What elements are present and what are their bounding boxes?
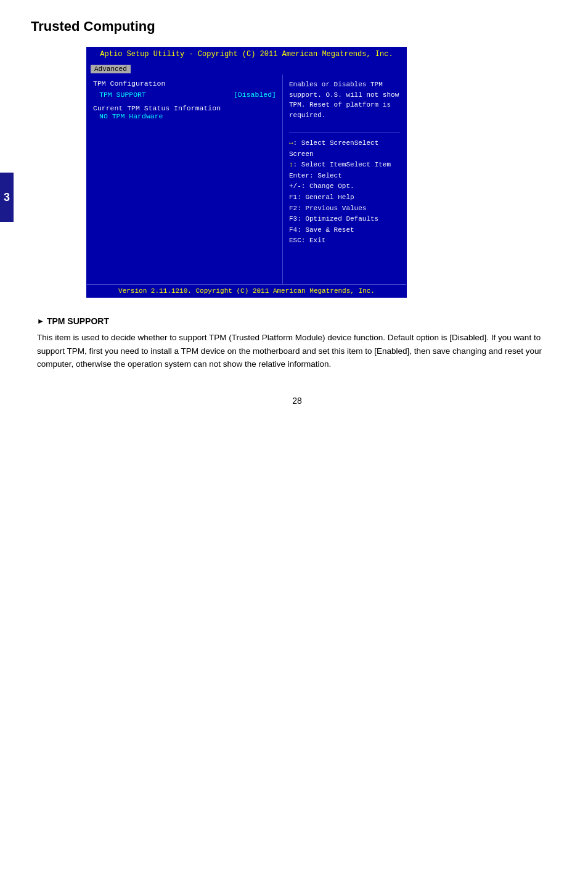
bios-subsection-item: NO TPM Hardware	[93, 112, 276, 120]
help-line-4: required.	[289, 110, 400, 121]
page-title: Trusted Computing	[31, 18, 563, 35]
chapter-tab: 3	[0, 173, 14, 222]
bios-footer: Version 2.11.1210. Copyright (C) 2011 Am…	[87, 284, 406, 297]
bios-divider	[289, 133, 400, 133]
bios-section-title: TPM Configuration	[93, 80, 276, 88]
bios-subsection-title: Current TPM Status Information	[93, 104, 276, 112]
doc-section: ► TPM SUPPORT This item is used to decid…	[31, 316, 563, 371]
bios-tpm-support-label: TPM SUPPORT	[99, 91, 146, 99]
bios-tpm-support-value: [Disabled]	[234, 91, 276, 99]
bios-nav-text: ↔: Select ScreenSelect Screen ↕: Select …	[289, 138, 400, 247]
bios-body: TPM Configuration TPM SUPPORT [Disabled]…	[87, 75, 406, 284]
doc-title-text: TPM SUPPORT	[47, 316, 109, 326]
bios-tab-row: Advanced	[87, 61, 406, 75]
help-line-1: Enables or Disables TPM	[289, 80, 400, 90]
nav-f2: F2: Previous Values	[289, 203, 400, 215]
bios-header: Aptio Setup Utility - Copyright (C) 2011…	[87, 47, 406, 61]
nav-f3: F3: Optimized Defaults	[289, 214, 400, 225]
help-line-3: TPM. Reset of platform is	[289, 100, 400, 110]
bios-tpm-support-row[interactable]: TPM SUPPORT [Disabled]	[93, 90, 276, 99]
bios-subsection: Current TPM Status Information NO TPM Ha…	[93, 104, 276, 120]
bios-help-text: Enables or Disables TPM support. O.S. wi…	[289, 80, 400, 120]
nav-select-screen: ↔: Select ScreenSelect Screen	[289, 138, 400, 160]
bios-screen: Aptio Setup Utility - Copyright (C) 2011…	[86, 47, 407, 298]
doc-arrow-icon: ►	[37, 317, 44, 325]
nav-f1: F1: General Help	[289, 192, 400, 203]
nav-f4: F4: Save & Reset	[289, 225, 400, 236]
bios-right-panel: Enables or Disables TPM support. O.S. wi…	[283, 75, 406, 284]
bios-tab-advanced[interactable]: Advanced	[91, 65, 131, 73]
doc-body: This item is used to decide whether to s…	[37, 331, 542, 371]
bios-left-panel: TPM Configuration TPM SUPPORT [Disabled]…	[87, 75, 283, 284]
nav-enter: Enter: Select	[289, 171, 400, 182]
nav-change: +/-: Change Opt.	[289, 181, 400, 192]
doc-title: ► TPM SUPPORT	[37, 316, 563, 326]
nav-select-item: ↕: Select ItemSelect Item	[289, 160, 400, 171]
page-number: 28	[31, 396, 563, 406]
help-line-2: support. O.S. will not show	[289, 90, 400, 100]
nav-esc: ESC: Exit	[289, 235, 400, 247]
